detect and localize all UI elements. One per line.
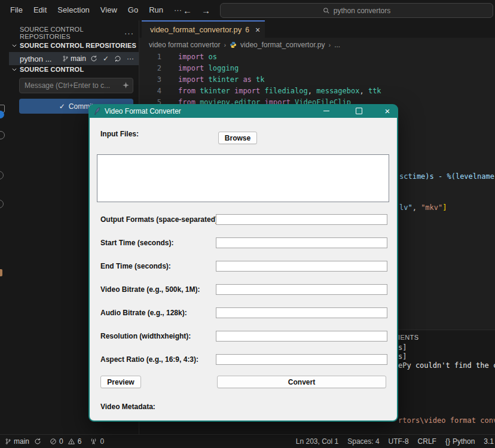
menu-file[interactable]: File bbox=[5, 0, 28, 20]
search-icon bbox=[323, 7, 330, 14]
terminal-line: s] bbox=[398, 343, 495, 352]
breadcrumb-folder[interactable]: video format convertor bbox=[149, 41, 220, 49]
error-count: 0 bbox=[59, 437, 63, 446]
close-button[interactable]: × bbox=[377, 104, 398, 118]
tab-bar: video_format_convertor.py 6 × bbox=[139, 20, 495, 38]
input-files-listbox[interactable] bbox=[97, 154, 389, 202]
sync-icon bbox=[34, 438, 41, 445]
repo-row-python[interactable]: python ... main ✓ ··· bbox=[9, 52, 139, 65]
activity-bar-icon[interactable] bbox=[0, 171, 4, 179]
eol-item[interactable]: CRLF bbox=[418, 437, 436, 446]
line-number: 1 bbox=[139, 51, 161, 63]
command-center-search[interactable]: python convertors bbox=[220, 3, 493, 18]
warning-icon bbox=[68, 438, 75, 445]
section-label: SOURCE CONTROL bbox=[20, 66, 84, 73]
dialog-title-bar[interactable]: Video Format Converter × bbox=[88, 104, 398, 118]
menu-edit[interactable]: Edit bbox=[28, 0, 52, 20]
terminal-path: rtors\video format conv bbox=[398, 416, 495, 425]
video-format-converter-dialog: Video Format Converter × Input Files: Br… bbox=[88, 104, 398, 422]
indentation-item[interactable]: Spaces: 4 bbox=[347, 437, 379, 446]
activity-bar-icon[interactable] bbox=[0, 269, 2, 276]
git-branch-icon bbox=[5, 438, 11, 445]
field-input[interactable] bbox=[216, 237, 387, 248]
convert-button[interactable]: Convert bbox=[217, 376, 386, 388]
breadcrumb: video format convertor › video_format_co… bbox=[139, 38, 495, 51]
language-mode-item[interactable]: {} Python bbox=[445, 437, 475, 446]
maximize-button[interactable] bbox=[349, 104, 369, 118]
check-icon: ✓ bbox=[59, 102, 65, 111]
menu-view[interactable]: View bbox=[95, 0, 123, 20]
terminal-line: s] bbox=[398, 352, 495, 361]
field-row: Resolution (widthxheight): bbox=[90, 331, 397, 342]
activity-bar-icon[interactable] bbox=[0, 200, 4, 208]
forward-arrow-icon[interactable]: → bbox=[201, 5, 210, 16]
title-bar: FileEditSelectionViewGoRun··· ← → python… bbox=[0, 0, 495, 21]
section-label: SOURCE CONTROL REPOSITORIES bbox=[20, 42, 136, 49]
section-repositories[interactable]: SOURCE CONTROL REPOSITORIES bbox=[11, 42, 136, 49]
activity-bar-icon[interactable] bbox=[0, 131, 5, 139]
menu-run[interactable]: Run bbox=[143, 0, 169, 20]
input-files-label: Input Files: bbox=[100, 129, 139, 139]
code-editor[interactable]: 1import os2import logging3import tkinter… bbox=[139, 51, 495, 108]
commit-message-input[interactable] bbox=[19, 78, 133, 93]
field-input[interactable] bbox=[216, 307, 387, 318]
line-number: 4 bbox=[139, 86, 161, 97]
field-input[interactable] bbox=[216, 354, 387, 365]
check-icon[interactable]: ✓ bbox=[103, 54, 109, 63]
chevron-down-icon bbox=[11, 42, 17, 48]
line-number: 3 bbox=[139, 74, 161, 86]
menu-go[interactable]: Go bbox=[123, 0, 143, 20]
browse-button[interactable]: Browse bbox=[218, 132, 257, 144]
tab-video-format-convertor[interactable]: video_format_convertor.py 6 × bbox=[142, 20, 265, 38]
encoding-item[interactable]: UTF-8 bbox=[389, 437, 409, 446]
sidebar-panel-title: SOURCE CONTROL REPOSITORIES bbox=[20, 26, 124, 40]
dialog-content: Input Files: Browse Output Formats (spac… bbox=[90, 118, 397, 420]
chevron-right-icon: › bbox=[224, 41, 226, 48]
minimize-button[interactable] bbox=[316, 104, 337, 118]
sparkle-icon[interactable] bbox=[122, 81, 130, 89]
section-source-control[interactable]: SOURCE CONTROL bbox=[11, 66, 84, 73]
refresh-icon[interactable] bbox=[114, 55, 121, 62]
field-row: Video Bitrate (e.g., 500k, 1M): bbox=[90, 284, 397, 295]
branch-status-item[interactable]: main bbox=[5, 437, 41, 446]
close-icon[interactable]: × bbox=[255, 25, 260, 35]
field-row: Audio Bitrate (e.g., 128k): bbox=[90, 307, 397, 318]
field-row: End Time (seconds): bbox=[90, 261, 397, 272]
sync-icon[interactable] bbox=[90, 55, 97, 62]
code-fragment: lv", "mkv"] bbox=[399, 203, 447, 212]
menu-selection[interactable]: Selection bbox=[52, 0, 94, 20]
field-label: Aspect Ratio (e.g., 16:9, 4:3): bbox=[100, 354, 198, 365]
breadcrumb-file[interactable]: video_format_convertor.py bbox=[240, 41, 325, 49]
back-arrow-icon[interactable]: ← bbox=[183, 5, 192, 16]
tab-filename: video_format_convertor.py bbox=[150, 25, 242, 34]
field-label: Audio Bitrate (e.g., 128k): bbox=[100, 307, 187, 318]
repo-branch[interactable]: main bbox=[62, 54, 86, 63]
field-input[interactable] bbox=[216, 331, 387, 342]
field-label: Start Time (seconds): bbox=[100, 237, 173, 248]
preview-button[interactable]: Preview bbox=[100, 376, 141, 388]
braces-icon: {} bbox=[445, 437, 450, 446]
cursor-position-item[interactable]: Ln 203, Col 1 bbox=[296, 437, 338, 446]
terminal-output: s]s]ePy couldn't find the c bbox=[398, 343, 495, 370]
more-actions-icon[interactable]: ··· bbox=[127, 54, 134, 63]
field-input[interactable] bbox=[216, 284, 387, 295]
code-fragment: sctime)s - %(levelname) bbox=[399, 172, 495, 181]
field-input[interactable] bbox=[216, 214, 387, 225]
code-line: 3import tkinter as tk bbox=[139, 74, 495, 86]
code-line: 4from tkinter import filedialog, message… bbox=[139, 86, 495, 97]
history-nav: ← → bbox=[183, 0, 210, 20]
problems-status-item[interactable]: 0 6 bbox=[50, 437, 81, 446]
repo-name: python ... bbox=[20, 54, 58, 63]
field-label: Output Formats (space-separated): bbox=[100, 214, 220, 225]
ports-status-item[interactable]: 0 bbox=[90, 437, 104, 446]
panel-more-actions-icon[interactable]: ··· bbox=[124, 29, 134, 38]
branch-name: main bbox=[14, 437, 29, 446]
video-metadata-label: Video Metadata: bbox=[100, 401, 155, 412]
panel-tab-comments[interactable]: IENTS bbox=[398, 334, 418, 341]
breadcrumb-symbol[interactable]: ... bbox=[334, 41, 340, 49]
code-line: 1import os bbox=[139, 51, 495, 63]
python-version-item[interactable]: 3.1 bbox=[484, 437, 494, 446]
field-label: Resolution (widthxheight): bbox=[100, 331, 191, 342]
activity-bar bbox=[0, 20, 9, 435]
field-input[interactable] bbox=[216, 261, 387, 272]
